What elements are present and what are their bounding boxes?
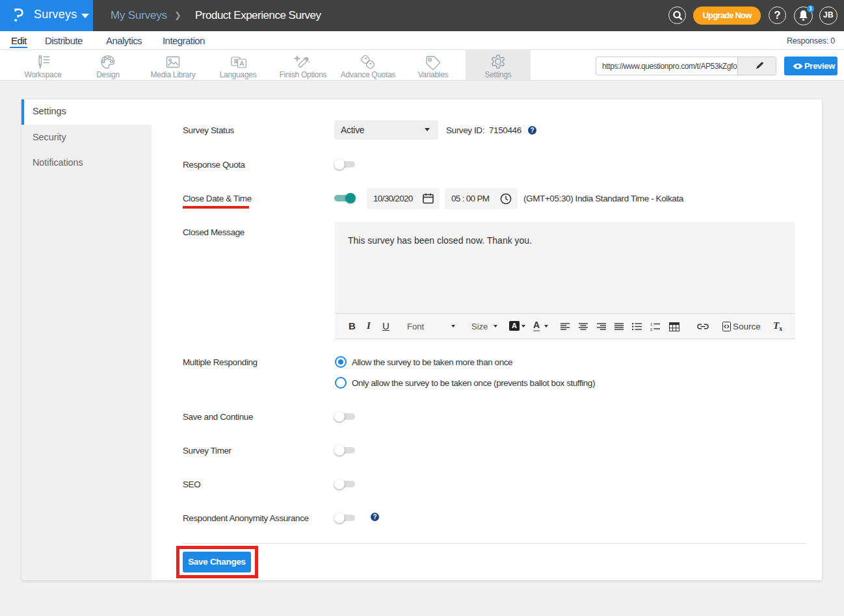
svg-text:1: 1 [650,322,653,326]
svg-text:2: 2 [650,327,653,331]
